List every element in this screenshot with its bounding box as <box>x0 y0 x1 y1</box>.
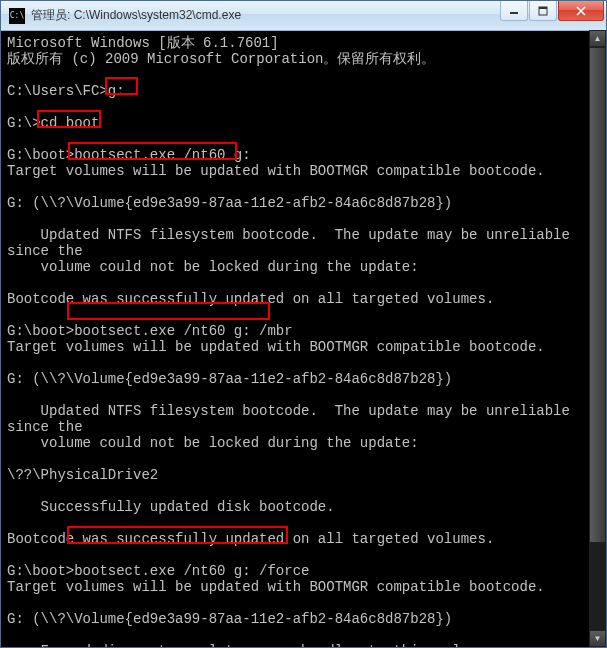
terminal-line <box>7 451 606 467</box>
maximize-button[interactable] <box>529 1 557 21</box>
terminal-line <box>7 275 606 291</box>
terminal-line: G:\boot>bootsect.exe /nt60 g: /force <box>7 563 606 579</box>
terminal-line <box>7 179 606 195</box>
scroll-track[interactable] <box>589 47 606 630</box>
terminal-line: G:\boot>bootsect.exe /nt60 g: <box>7 147 606 163</box>
terminal-line <box>7 387 606 403</box>
terminal-line <box>7 355 606 371</box>
terminal-line: Updated NTFS filesystem bootcode. The up… <box>7 227 606 259</box>
window-title: 管理员: C:\Windows\system32\cmd.exe <box>31 7 499 24</box>
terminal-line: C:\Users\FC>g: <box>7 83 606 99</box>
terminal-line <box>7 99 606 115</box>
terminal-line: Bootcode was successfully updated on all… <box>7 291 606 307</box>
terminal-line: volume could not be locked during the up… <box>7 435 606 451</box>
terminal-line: G: (\\?\Volume{ed9e3a99-87aa-11e2-afb2-8… <box>7 371 606 387</box>
terminal-line <box>7 211 606 227</box>
terminal-line: Target volumes will be updated with BOOT… <box>7 339 606 355</box>
terminal-line <box>7 627 606 643</box>
app-icon: C:\ <box>9 8 25 24</box>
terminal-line <box>7 483 606 499</box>
terminal-line: G: (\\?\Volume{ed9e3a99-87aa-11e2-afb2-8… <box>7 611 606 627</box>
terminal-line: Bootcode was successfully updated on all… <box>7 531 606 547</box>
terminal-line: G: (\\?\Volume{ed9e3a99-87aa-11e2-afb2-8… <box>7 195 606 211</box>
terminal-line: \??\PhysicalDrive2 <box>7 467 606 483</box>
terminal-line <box>7 131 606 147</box>
close-button[interactable] <box>558 1 604 21</box>
minimize-button[interactable] <box>500 1 528 21</box>
terminal-line: G:\>cd boot <box>7 115 606 131</box>
vertical-scrollbar[interactable]: ▲ ▼ <box>589 30 606 647</box>
terminal-line: Successfully updated disk bootcode. <box>7 499 606 515</box>
terminal-line: Microsoft Windows [版本 6.1.7601] <box>7 35 606 51</box>
terminal-line: Target volumes will be updated with BOOT… <box>7 579 606 595</box>
terminal-line: Target volumes will be updated with BOOT… <box>7 163 606 179</box>
terminal-line <box>7 307 606 323</box>
terminal-line <box>7 67 606 83</box>
terminal-line: Forced dismount complete, open handles t… <box>7 643 606 647</box>
cmd-window: C:\ 管理员: C:\Windows\system32\cmd.exe Mic… <box>0 0 607 648</box>
scroll-down-button[interactable]: ▼ <box>589 630 606 647</box>
window-controls <box>499 1 604 21</box>
terminal-line <box>7 595 606 611</box>
terminal-line: Updated NTFS filesystem bootcode. The up… <box>7 403 606 435</box>
terminal-output[interactable]: Microsoft Windows [版本 6.1.7601]版权所有 (c) … <box>1 31 606 647</box>
terminal-line: 版权所有 (c) 2009 Microsoft Corporation。保留所有… <box>7 51 606 67</box>
scroll-up-button[interactable]: ▲ <box>589 30 606 47</box>
scroll-thumb[interactable] <box>589 47 606 543</box>
terminal-line <box>7 547 606 563</box>
terminal-line: G:\boot>bootsect.exe /nt60 g: /mbr <box>7 323 606 339</box>
titlebar[interactable]: C:\ 管理员: C:\Windows\system32\cmd.exe <box>1 1 606 31</box>
terminal-line <box>7 515 606 531</box>
terminal-line: volume could not be locked during the up… <box>7 259 606 275</box>
